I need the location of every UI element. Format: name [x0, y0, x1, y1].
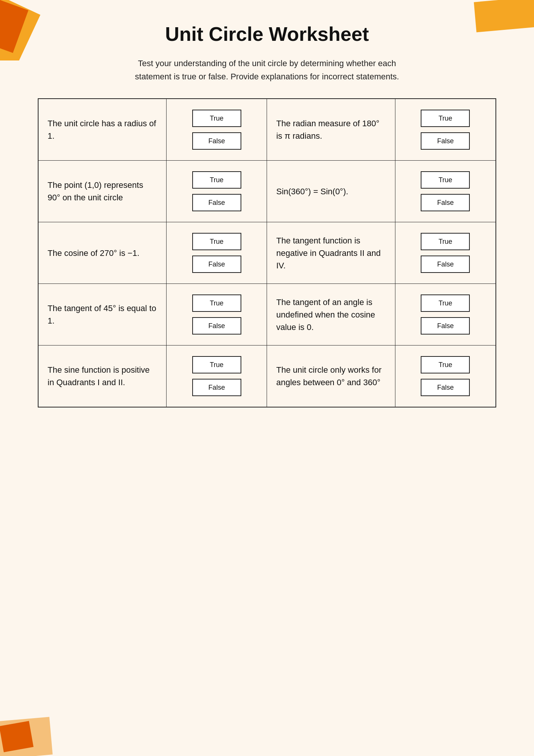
- statement-left-1: The point (1,0) represents 90° on the un…: [38, 161, 166, 222]
- worksheet-table: The unit circle has a radius of 1.TrueFa…: [38, 98, 496, 407]
- statement-right-0: The radian measure of 180° is π radians.: [267, 99, 395, 161]
- corner-decoration-bl: [0, 703, 60, 756]
- answer-left-1: TrueFalse: [166, 161, 267, 222]
- answer-right-1: TrueFalse: [395, 161, 496, 222]
- true-button-right-3[interactable]: True: [421, 294, 470, 312]
- page-subtitle: Test your understanding of the unit circ…: [120, 57, 414, 83]
- true-button-left-4[interactable]: True: [192, 356, 241, 373]
- statement-left-2: The cosine of 270° is −1.: [38, 222, 166, 284]
- false-button-right-4[interactable]: False: [421, 379, 470, 396]
- answer-left-0: TrueFalse: [166, 99, 267, 161]
- false-button-right-1[interactable]: False: [421, 194, 470, 211]
- true-button-right-0[interactable]: True: [421, 110, 470, 127]
- statement-right-2: The tangent function is negative in Quad…: [267, 222, 395, 284]
- statement-right-4: The unit circle only works for angles be…: [267, 345, 395, 407]
- true-button-right-1[interactable]: True: [421, 171, 470, 189]
- false-button-left-3[interactable]: False: [192, 317, 241, 335]
- false-button-right-2[interactable]: False: [421, 256, 470, 273]
- true-button-left-0[interactable]: True: [192, 110, 241, 127]
- statement-left-0: The unit circle has a radius of 1.: [38, 99, 166, 161]
- answer-left-2: TrueFalse: [166, 222, 267, 284]
- false-button-right-0[interactable]: False: [421, 132, 470, 150]
- answer-right-2: TrueFalse: [395, 222, 496, 284]
- answer-right-0: TrueFalse: [395, 99, 496, 161]
- true-button-left-2[interactable]: True: [192, 233, 241, 250]
- answer-right-3: TrueFalse: [395, 284, 496, 345]
- true-button-right-2[interactable]: True: [421, 233, 470, 250]
- answer-right-4: TrueFalse: [395, 345, 496, 407]
- false-button-right-3[interactable]: False: [421, 317, 470, 335]
- page-title: Unit Circle Worksheet: [38, 23, 496, 45]
- answer-left-3: TrueFalse: [166, 284, 267, 345]
- false-button-left-0[interactable]: False: [192, 132, 241, 150]
- false-button-left-2[interactable]: False: [192, 256, 241, 273]
- true-button-left-1[interactable]: True: [192, 171, 241, 189]
- true-button-left-3[interactable]: True: [192, 294, 241, 312]
- true-button-right-4[interactable]: True: [421, 356, 470, 373]
- false-button-left-1[interactable]: False: [192, 194, 241, 211]
- answer-left-4: TrueFalse: [166, 345, 267, 407]
- statement-left-4: The sine function is positive in Quadran…: [38, 345, 166, 407]
- statement-left-3: The tangent of 45° is equal to 1.: [38, 284, 166, 345]
- statement-right-1: Sin(360°) = Sin(0°).: [267, 161, 395, 222]
- false-button-left-4[interactable]: False: [192, 379, 241, 396]
- statement-right-3: The tangent of an angle is undefined whe…: [267, 284, 395, 345]
